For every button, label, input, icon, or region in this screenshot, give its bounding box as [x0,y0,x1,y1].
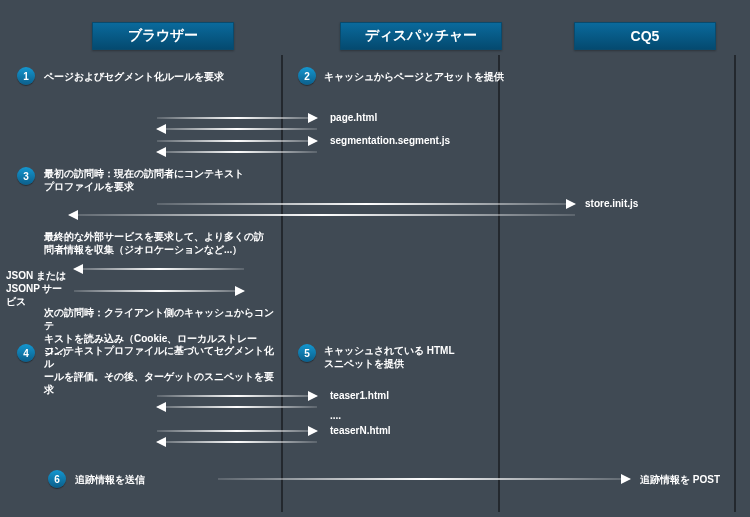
col-header-dispatcher: ディスパッチャー [340,22,502,50]
arrow-1a-left [157,128,317,130]
arrow-tn-right [157,430,317,432]
arrow-track-right [218,478,630,480]
lifeline-browser [281,55,283,512]
arrow-store-right [157,203,575,205]
msg-segmentation: segmentation.segment.js [330,135,450,146]
step-text-4: コンテキストプロファイルに基づいてセグメント化ル ールを評価。その後、ターゲット… [44,344,274,396]
step-text-3b: 最終的な外部サービスを要求して、より多くの訪 問者情報を収集（ジオロケーションな… [44,230,264,256]
step-num-1: 1 [17,67,35,85]
col-header-cq5: CQ5 [574,22,716,50]
step-num-5: 5 [298,344,316,362]
step-text-1: ページおよびセグメント化ルールを要求 [44,70,244,83]
msg-dots: .... [330,410,341,421]
col-header-browser: ブラウザー [92,22,234,50]
step-text-5: キャッシュされている HTML スニペットを提供 [324,344,524,370]
msg-store-init: store.init.js [585,198,638,209]
arrow-ext-left [74,268,244,270]
side-jsonp-label: JSON または JSONP サービス [6,269,72,308]
lifeline-dispatcher [498,55,500,512]
arrow-t1-right [157,395,317,397]
msg-teasern: teaserN.html [330,425,391,436]
msg-track-post: 追跡情報を POST [640,473,720,487]
arrow-tn-left [157,441,317,443]
arrow-ext-right [74,290,244,292]
arrow-1b-left [157,151,317,153]
step-text-2: キャッシュからページとアセットを提供 [324,70,524,83]
msg-teaser1: teaser1.html [330,390,389,401]
step-text-3: 最初の訪問時：現在の訪問者にコンテキスト プロファイルを要求 [44,167,274,193]
step-text-6: 追跡情報を送信 [75,473,215,486]
arrow-1b-right [157,140,317,142]
arrow-1a-right [157,117,317,119]
msg-page-html: page.html [330,112,377,123]
step-num-4: 4 [17,344,35,362]
arrow-store-left [69,214,575,216]
lifeline-cq5 [734,55,736,512]
step-num-3: 3 [17,167,35,185]
arrow-t1-left [157,406,317,408]
step-num-2: 2 [298,67,316,85]
step-num-6: 6 [48,470,66,488]
